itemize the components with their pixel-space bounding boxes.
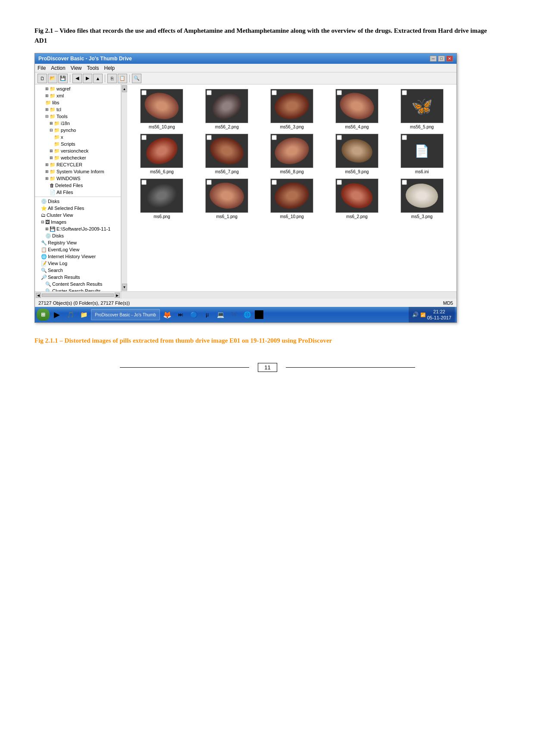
- start-button[interactable]: ⊞: [37, 309, 50, 321]
- sidebar-item-images[interactable]: ⊟ 🖼 Images: [35, 219, 121, 225]
- thumb-checkbox-ms56-3[interactable]: [272, 90, 277, 95]
- sidebar-item-all-files[interactable]: 📄 All Files: [35, 189, 121, 196]
- sidebar-item-wsgref[interactable]: ⊞ 📁 wsgref: [35, 85, 121, 92]
- thumb-checkbox-ms56-7[interactable]: [206, 135, 212, 140]
- thumb-checkbox-ms56-2[interactable]: [206, 90, 212, 95]
- menu-help[interactable]: Help: [104, 65, 115, 71]
- new-button[interactable]: 🗋: [38, 74, 47, 83]
- sidebar-item-recycler[interactable]: ⊞ 📁 RECYCLER: [35, 161, 121, 168]
- thumb-ms5-3[interactable]: ms5_3.png: [391, 178, 452, 219]
- menu-view[interactable]: View: [71, 65, 82, 71]
- search-button[interactable]: 🔍: [132, 74, 141, 83]
- forward-button[interactable]: ▶: [83, 74, 92, 83]
- scroll-thumb[interactable]: [42, 294, 114, 297]
- scroll-right-btn[interactable]: ▶: [115, 293, 120, 298]
- sidebar-item-i18n[interactable]: ⊞ 📁 i18n: [35, 120, 121, 127]
- taskbar-network-icon[interactable]: 📶: [420, 312, 425, 317]
- thumb-ms56-10[interactable]: ms56_10.png: [131, 89, 192, 129]
- thumb-checkbox-ms5-3[interactable]: [402, 180, 407, 185]
- thumb-checkbox-ms6[interactable]: [141, 180, 147, 185]
- scroll-left-btn[interactable]: ◀: [36, 293, 41, 298]
- sidebar-item-xml[interactable]: ⊞ 📁 xml: [35, 92, 121, 99]
- thumb-ms6-2[interactable]: ms6_2.png: [326, 178, 387, 219]
- thumb-checkbox-ms6-1[interactable]: [206, 180, 212, 185]
- taskbar-prodiscover[interactable]: ProDiscover Basic - Jo's Thumb: [91, 309, 160, 320]
- thumb-ms56-4[interactable]: ms56_4.png: [326, 89, 387, 129]
- copy-button[interactable]: ⎘: [107, 74, 117, 83]
- sidebar-item-all-selected[interactable]: ⭐ All Selected Files: [35, 205, 121, 212]
- up-button[interactable]: ▲: [93, 74, 103, 83]
- thumb-ms56-2[interactable]: ms56_2.png: [197, 89, 257, 129]
- sidebar-item-e01[interactable]: ⊞ 💾 E:\Software\Jo-2009-11-1: [35, 225, 121, 232]
- sidebar-item-search[interactable]: 🔍 Search: [35, 267, 121, 274]
- taskbar-icon-black-sq[interactable]: [255, 310, 263, 319]
- taskbar-icon-chrome[interactable]: 🌐: [241, 309, 253, 321]
- sidebar-item-tools[interactable]: ⊟ 📁 Tools: [35, 113, 121, 120]
- thumb-ms56-5[interactable]: 🦋 ms56_5.png: [391, 89, 452, 129]
- content-area: ms56_10.png ms56_2.png ms56_3.png: [127, 84, 457, 291]
- sidebar-item-system-volume[interactable]: ⊞ 📁 System Volume Inform: [35, 168, 121, 175]
- thumb-ms6-1[interactable]: ms6_1.png: [197, 178, 257, 219]
- thumb-ms6[interactable]: ms6.png: [131, 178, 192, 219]
- taskbar-icon-folder[interactable]: 📁: [78, 309, 90, 321]
- taskbar-icon-vlc[interactable]: 🎵: [64, 309, 76, 321]
- thumb-checkbox-ms56-8[interactable]: [272, 135, 277, 140]
- sidebar-item-tcl[interactable]: ⊞ 📁 tcl: [35, 106, 121, 113]
- sidebar-item-cluster-search[interactable]: 🔍 Cluster Search Results: [35, 287, 121, 291]
- thumb-ms56-3[interactable]: ms56_3.png: [262, 89, 322, 129]
- menu-file[interactable]: File: [38, 65, 46, 71]
- menu-action[interactable]: Action: [51, 65, 65, 71]
- pill-white2: [405, 182, 439, 209]
- taskbar-icon-firefox[interactable]: 🦊: [161, 309, 173, 321]
- sidebar-item-scripts[interactable]: 📁 Scripts: [35, 141, 121, 147]
- thumb-ms56-6[interactable]: ms56_6.png: [131, 134, 192, 174]
- thumb-label-ms6: ms6.png: [153, 214, 170, 219]
- sidebar-item-content-search[interactable]: 🔍 Content Search Results: [35, 281, 121, 287]
- sidebar-item-registry-view[interactable]: 🔧 Registry View: [35, 239, 121, 246]
- close-button[interactable]: ✕: [446, 56, 453, 62]
- taskbar-icon-word[interactable]: W: [228, 309, 240, 321]
- thumb-checkbox-ms6-ini[interactable]: [402, 135, 407, 140]
- sidebar-item-view-log[interactable]: 📝 View Log: [35, 260, 121, 267]
- thumb-checkbox-ms6-10[interactable]: [272, 180, 277, 185]
- taskbar-icon-skip[interactable]: ⏭: [175, 309, 187, 321]
- sidebar-item-search-results[interactable]: 🔎 Search Results: [35, 274, 121, 281]
- sidebar-scrollbar[interactable]: ▲ ▼: [121, 84, 127, 291]
- taskbar-icon-mu[interactable]: μ: [201, 309, 213, 321]
- back-button[interactable]: ◀: [72, 74, 82, 83]
- sidebar-item-internet-history[interactable]: 🌐 Internet History Viewer: [35, 253, 121, 260]
- ini-file-icon: 📄: [411, 138, 433, 164]
- thumb-checkbox-ms56-5[interactable]: [402, 90, 407, 95]
- thumb-ms56-9[interactable]: ms56_9.png: [326, 134, 387, 174]
- sidebar-item-disks2[interactable]: 💿 Disks: [35, 232, 121, 239]
- sidebar-item-versioncheck[interactable]: ⊞ 📁 versioncheck: [35, 147, 121, 154]
- taskbar-sound-icon[interactable]: 🔊: [412, 312, 419, 318]
- thumb-ms56-7[interactable]: ms56_7.png: [197, 134, 257, 174]
- paste-button[interactable]: 📋: [118, 74, 127, 83]
- sidebar-item-pyncho[interactable]: ⊟ 📁 pyncho: [35, 127, 121, 134]
- restore-button[interactable]: □: [438, 56, 445, 62]
- menu-tools[interactable]: Tools: [87, 65, 99, 71]
- sidebar-item-libs[interactable]: 📁 libs: [35, 99, 121, 106]
- sidebar-item-disks[interactable]: 💿 Disks: [35, 198, 121, 205]
- sidebar-item-deleted-files[interactable]: 🗑 Deleted Files: [35, 182, 121, 189]
- thumb-checkbox-ms56-4[interactable]: [337, 90, 342, 95]
- thumb-ms6-10[interactable]: ms6_10.png: [262, 178, 322, 219]
- thumb-checkbox-ms56-10[interactable]: [141, 90, 147, 95]
- thumb-checkbox-ms56-6[interactable]: [141, 135, 147, 140]
- taskbar-icon-media[interactable]: ▶: [51, 309, 63, 321]
- minimize-button[interactable]: ─: [430, 56, 437, 62]
- save-button[interactable]: 💾: [58, 74, 68, 83]
- taskbar-icon-monitor[interactable]: 💻: [215, 309, 227, 321]
- sidebar-item-cluster-view[interactable]: 🗂 Cluster View: [35, 212, 121, 219]
- sidebar-item-x[interactable]: 📁 x: [35, 134, 121, 141]
- thumb-ms6-ini[interactable]: 📄 ms6.ini: [391, 134, 452, 174]
- thumb-checkbox-ms6-2[interactable]: [337, 180, 342, 185]
- thumb-ms56-8[interactable]: ms56_8.png: [262, 134, 322, 174]
- sidebar-item-webchecker[interactable]: ⊞ 📁 webchecker: [35, 154, 121, 161]
- thumb-checkbox-ms56-9[interactable]: [337, 135, 342, 140]
- sidebar-item-windows[interactable]: ⊞ 📁 WINDOWS: [35, 175, 121, 182]
- sidebar-item-eventlog-view[interactable]: 📋 EventLog View: [35, 246, 121, 253]
- open-button[interactable]: 📂: [48, 74, 57, 83]
- taskbar-icon-blue[interactable]: 🔵: [188, 309, 200, 321]
